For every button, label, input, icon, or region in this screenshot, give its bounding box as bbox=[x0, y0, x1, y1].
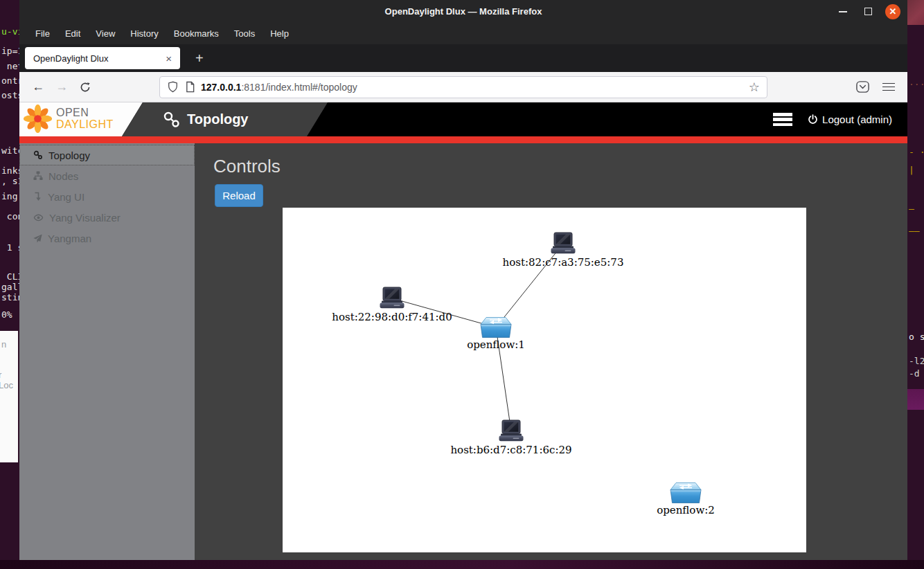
terminal-text: 1 s bbox=[1, 242, 19, 253]
background-terminal-right: ···- ·|———o sh-l2-d bbox=[907, 0, 924, 569]
window-titlebar[interactable]: OpenDaylight Dlux — Mozilla Firefox ✕ bbox=[19, 0, 907, 23]
laptop-icon bbox=[549, 232, 578, 255]
topology-node-label: host:22:98:d0:f7:41:d0 bbox=[332, 311, 452, 323]
forward-button: → bbox=[50, 77, 73, 98]
background-dialog-text: r Loc bbox=[0, 370, 18, 390]
close-button[interactable]: ✕ bbox=[885, 4, 900, 19]
terminal-text: -l2 bbox=[909, 356, 924, 366]
sidebar-item-yang-ui[interactable]: Yang UI bbox=[19, 186, 195, 207]
minimize-button[interactable] bbox=[835, 4, 851, 19]
window-title: OpenDaylight Dlux — Mozilla Firefox bbox=[385, 6, 542, 17]
shield-icon[interactable] bbox=[167, 80, 179, 93]
topology-node-host[interactable] bbox=[549, 232, 578, 258]
topology-node-label: openflow:1 bbox=[467, 338, 525, 351]
maximize-button[interactable] bbox=[860, 4, 876, 19]
sidebar-item-topology[interactable]: Topology bbox=[19, 145, 195, 165]
menu-tools[interactable]: Tools bbox=[226, 26, 263, 42]
topology-node-switch[interactable] bbox=[479, 316, 513, 342]
tab-title: OpenDaylight Dlux bbox=[33, 53, 163, 64]
terminal-text: -d bbox=[909, 368, 920, 379]
app-menu-icon[interactable] bbox=[882, 83, 895, 91]
terminal-text: 0% bbox=[1, 309, 12, 320]
tab-opendaylight-dlux[interactable]: OpenDaylight Dlux × bbox=[25, 47, 180, 69]
terminal-text: osts bbox=[1, 90, 19, 100]
reload-button[interactable] bbox=[73, 77, 97, 98]
app-content: TopologyNodesYang UIYang VisualizerYangm… bbox=[19, 143, 907, 560]
terminal-text: inks bbox=[1, 165, 19, 176]
main-panel: Controls Reload host:82:c7:a3:75:e5:73 bbox=[195, 143, 907, 560]
topology-node-switch[interactable] bbox=[669, 482, 702, 507]
menu-bar: FileEditViewHistoryBookmarksToolsHelp bbox=[19, 23, 907, 44]
tab-close-icon[interactable]: × bbox=[163, 53, 175, 64]
terminal-text: | bbox=[909, 165, 914, 175]
sidebar-item-nodes[interactable]: Nodes bbox=[19, 165, 195, 186]
bookmark-star-icon[interactable]: ☆ bbox=[749, 80, 760, 95]
topology-icon bbox=[33, 150, 43, 160]
app-nav-menu-icon[interactable] bbox=[773, 113, 792, 126]
terminal-text: - · bbox=[909, 147, 924, 157]
url-text[interactable]: 127.0.0.1:8181/index.html#/topology bbox=[201, 82, 749, 93]
menu-edit[interactable]: Edit bbox=[57, 26, 88, 42]
menu-view[interactable]: View bbox=[88, 26, 123, 42]
menu-history[interactable]: History bbox=[123, 26, 166, 42]
terminal-text: gall bbox=[1, 282, 19, 292]
pocket-icon[interactable] bbox=[855, 80, 870, 94]
accent-stripe bbox=[19, 136, 907, 143]
background-dialog-text: n bbox=[1, 339, 6, 350]
eye-icon bbox=[33, 213, 44, 222]
switch-icon bbox=[479, 316, 513, 339]
new-tab-button[interactable]: + bbox=[190, 51, 209, 66]
browser-window: OpenDaylight Dlux — Mozilla Firefox ✕ Fi… bbox=[19, 0, 907, 560]
background-terminal-highlight bbox=[907, 389, 924, 410]
navigation-toolbar: ← → 127.0.0.1:8181/index.html#/topology … bbox=[19, 72, 907, 102]
terminal-text: CLI bbox=[1, 271, 19, 282]
background-dialog-fragment: n r Loc bbox=[0, 331, 18, 462]
sidebar-item-yang-visualizer[interactable]: Yang Visualizer bbox=[19, 207, 195, 228]
sidebar-item-label: Yang UI bbox=[48, 191, 85, 203]
switch-icon bbox=[669, 482, 702, 505]
laptop-icon bbox=[497, 419, 526, 443]
terminal-text: o sh bbox=[909, 332, 924, 342]
terminal-text: —— bbox=[909, 226, 920, 236]
sidebar-item-yangman[interactable]: Yangman bbox=[19, 228, 195, 249]
reload-icon bbox=[80, 82, 91, 93]
back-button[interactable]: ← bbox=[26, 77, 50, 98]
terminal-text: , s1 bbox=[1, 176, 19, 186]
menu-help[interactable]: Help bbox=[263, 26, 296, 42]
opendaylight-flower-icon bbox=[24, 105, 52, 133]
terminal-text: con bbox=[1, 211, 19, 222]
logout-button[interactable]: Logout (admin) bbox=[808, 114, 892, 125]
background-terminal-left: u-viip=1 netontrostswitcinks, s1ing con … bbox=[0, 0, 19, 569]
page-info-icon[interactable] bbox=[185, 81, 195, 93]
menu-file[interactable]: File bbox=[28, 26, 57, 42]
topology-node-host[interactable] bbox=[497, 419, 526, 446]
power-icon bbox=[808, 114, 818, 125]
terminal-text: ··· bbox=[909, 79, 924, 89]
logout-label: Logout (admin) bbox=[822, 114, 892, 125]
url-bar[interactable]: 127.0.0.1:8181/index.html#/topology ☆ bbox=[159, 76, 767, 98]
topology-banner-icon bbox=[163, 111, 181, 129]
url-host: 127.0.0.1 bbox=[201, 82, 241, 93]
topology-node-label: host:b6:d7:c8:71:6c:29 bbox=[450, 444, 571, 456]
nodes-icon bbox=[33, 171, 43, 181]
desktop: u-viip=1 netontrostswitcinks, s1ing con … bbox=[0, 0, 924, 569]
laptop-icon bbox=[377, 287, 407, 310]
sidebar-item-label: Nodes bbox=[48, 170, 78, 182]
terminal-text: — bbox=[909, 204, 914, 214]
url-path: :8181/index.html#/topology bbox=[241, 82, 357, 93]
terminal-text: stin bbox=[1, 292, 19, 302]
background-corner bbox=[907, 0, 924, 25]
opendaylight-logo: OPEN DAYLIGHT bbox=[24, 105, 114, 133]
menu-bookmarks[interactable]: Bookmarks bbox=[166, 26, 226, 42]
topology-node-host[interactable] bbox=[377, 287, 407, 313]
topology-canvas[interactable]: host:82:c7:a3:75:e5:73 host:22:98:d0:f7:… bbox=[283, 208, 806, 552]
paper-plane-icon bbox=[33, 234, 42, 243]
logo-text-daylight: DAYLIGHT bbox=[56, 119, 114, 130]
sidebar-item-label: Topology bbox=[48, 150, 90, 161]
level-down-icon bbox=[33, 192, 42, 201]
app-header: OPEN DAYLIGHT Topology Logout (admin) bbox=[19, 102, 907, 136]
terminal-text: ing bbox=[1, 191, 17, 201]
reload-topology-button[interactable]: Reload bbox=[215, 184, 263, 207]
logo-text-open: OPEN bbox=[56, 107, 114, 118]
terminal-text: net bbox=[1, 61, 19, 71]
